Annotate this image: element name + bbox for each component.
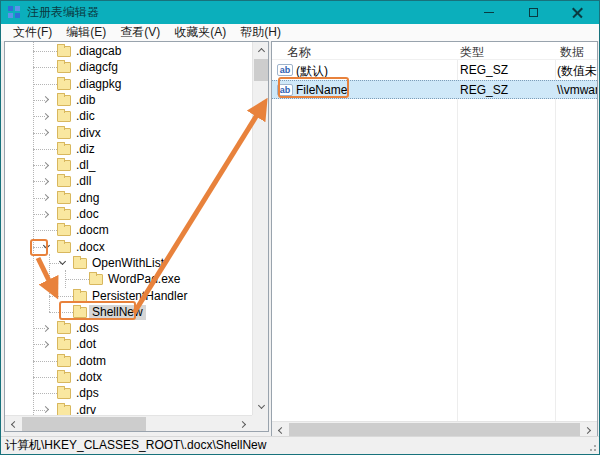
scrollbar-thumb[interactable] (254, 59, 268, 81)
chevron-glyph (41, 162, 48, 169)
tree-item-dl[interactable]: .dl_ (5, 157, 252, 173)
tree-connector (33, 67, 57, 68)
tree-item-label[interactable]: .dll (73, 174, 94, 189)
tree-item-label[interactable]: .drv (73, 403, 99, 415)
tree-item-dos[interactable]: .dos (5, 320, 252, 336)
tree-item-label[interactable]: ShellNew (89, 305, 146, 320)
expand-chevron-right-icon[interactable] (40, 192, 52, 204)
expand-chevron-right-icon[interactable] (40, 208, 52, 220)
tree-item-divx[interactable]: .divx (5, 125, 252, 141)
scroll-left-button[interactable] (5, 416, 21, 432)
tree-item-diagcfg[interactable]: .diagcfg (5, 59, 252, 75)
tree-item-label[interactable]: .diagcfg (73, 60, 121, 75)
column-header-type[interactable]: 类型 (460, 44, 484, 61)
tree-item-label[interactable]: .dotm (73, 354, 109, 369)
tree-item-label[interactable]: WordPad.exe (105, 272, 184, 287)
tree-item-label[interactable]: .divx (73, 126, 104, 141)
tree-connector (33, 51, 57, 52)
tree-vertical-scrollbar[interactable] (252, 42, 268, 415)
scroll-up-button[interactable] (253, 42, 269, 58)
tree-item-label[interactable]: .dng (73, 191, 102, 206)
minimize-button[interactable] (467, 1, 511, 24)
close-icon (572, 7, 583, 18)
expand-chevron-down-icon[interactable] (56, 257, 68, 269)
tree-item-label[interactable]: .dos (73, 321, 102, 336)
menu-item-1[interactable]: 编辑(E) (59, 24, 113, 41)
tree-item-label[interactable]: .diagcab (73, 44, 124, 59)
tree-horizontal-scrollbar[interactable] (5, 415, 252, 431)
chevron-glyph (41, 113, 48, 120)
tree-item-shellnew[interactable]: ShellNew (5, 304, 252, 320)
folder-icon (57, 62, 71, 73)
tree-item-label[interactable]: .dps (73, 386, 102, 401)
expand-chevron-down-icon[interactable] (40, 241, 52, 253)
maximize-icon (529, 8, 538, 17)
tree-item-dib[interactable]: .dib (5, 92, 252, 108)
minimize-icon (484, 12, 494, 13)
tree-item-docx[interactable]: .docx (5, 239, 252, 255)
close-button[interactable] (555, 1, 599, 24)
expand-chevron-right-icon[interactable] (40, 322, 52, 334)
tree-item-dll[interactable]: .dll (5, 173, 252, 189)
scroll-right-button[interactable] (236, 416, 252, 432)
tree-item-drv[interactable]: .drv (5, 402, 252, 415)
tree-item-dic[interactable]: .dic (5, 108, 252, 124)
tree-item-label[interactable]: OpenWithList (89, 256, 167, 271)
values-pane: 名称 类型 数据 ab(默认)REG_SZ(数值未设abFileNameREG_… (271, 41, 598, 438)
tree-item-label[interactable]: .dl_ (73, 158, 98, 173)
tree-item-label[interactable]: .dic (73, 109, 98, 124)
tree-item-label[interactable]: .dib (73, 93, 98, 108)
tree-item-wordpadexe[interactable]: WordPad.exe (5, 271, 252, 287)
column-header-name[interactable]: 名称 (287, 44, 311, 61)
window-title: 注册表编辑器 (27, 1, 99, 24)
tree-item-label[interactable]: .dotx (73, 370, 105, 385)
folder-icon (89, 274, 103, 285)
tree-item-dotm[interactable]: .dotm (5, 353, 252, 369)
tree-item-label[interactable]: .docx (73, 240, 108, 255)
maximize-button[interactable] (511, 1, 555, 24)
chevron-right-icon (584, 426, 591, 433)
cell-data: (数值未设 (557, 63, 598, 80)
tree-item-dotx[interactable]: .dotx (5, 369, 252, 385)
expand-chevron-right-icon[interactable] (40, 175, 52, 187)
chevron-glyph (41, 341, 48, 348)
scroll-down-button[interactable] (253, 399, 269, 415)
tree-item-label[interactable]: .docm (73, 223, 112, 238)
column-header-data[interactable]: 数据 (560, 44, 584, 61)
tree-item-diz[interactable]: .diz (5, 141, 252, 157)
expand-chevron-right-icon[interactable] (40, 159, 52, 171)
cell-type: REG_SZ (460, 83, 508, 97)
folder-icon (57, 176, 71, 187)
tree-item-diagcab[interactable]: .diagcab (5, 43, 252, 59)
menu-item-2[interactable]: 查看(V) (113, 24, 167, 41)
expand-chevron-right-icon[interactable] (40, 94, 52, 106)
chevron-right-icon (239, 420, 246, 427)
values-horizontal-scrollbar[interactable] (272, 421, 597, 437)
tree-item-openwithlist[interactable]: OpenWithList (5, 255, 252, 271)
resize-grip-icon[interactable] (587, 442, 597, 452)
expand-chevron-right-icon[interactable] (40, 110, 52, 122)
menu-item-4[interactable]: 帮助(H) (233, 24, 288, 41)
tree-item-label[interactable]: .diagpkg (73, 77, 124, 92)
scrollbar-thumb[interactable] (289, 423, 580, 437)
tree-item-label[interactable]: .diz (73, 142, 98, 157)
tree-item-docm[interactable]: .docm (5, 222, 252, 238)
scrollbar-thumb[interactable] (22, 417, 146, 431)
tree-item-label[interactable]: .doc (73, 207, 102, 222)
tree-item-label[interactable]: .dot (73, 337, 99, 352)
menu-item-3[interactable]: 收藏夹(A) (167, 24, 233, 41)
tree-item-dps[interactable]: .dps (5, 385, 252, 401)
value-row-[interactable]: ab(默认)REG_SZ(数值未设 (272, 61, 598, 80)
tree-item-dng[interactable]: .dng (5, 190, 252, 206)
tree-item-diagpkg[interactable]: .diagpkg (5, 76, 252, 92)
value-row-filename[interactable]: abFileNameREG_SZ\\vmware (272, 80, 598, 99)
expand-chevron-right-icon[interactable] (40, 127, 52, 139)
chevron-glyph (58, 258, 65, 265)
tree-item-doc[interactable]: .doc (5, 206, 252, 222)
tree-item-label[interactable]: PersistentHandler (89, 289, 190, 304)
tree-item-persistenthandler[interactable]: PersistentHandler (5, 288, 252, 304)
expand-chevron-right-icon[interactable] (40, 404, 52, 415)
tree-item-dot[interactable]: .dot (5, 336, 252, 352)
menu-item-0[interactable]: 文件(F) (6, 24, 59, 41)
expand-chevron-right-icon[interactable] (40, 338, 52, 350)
